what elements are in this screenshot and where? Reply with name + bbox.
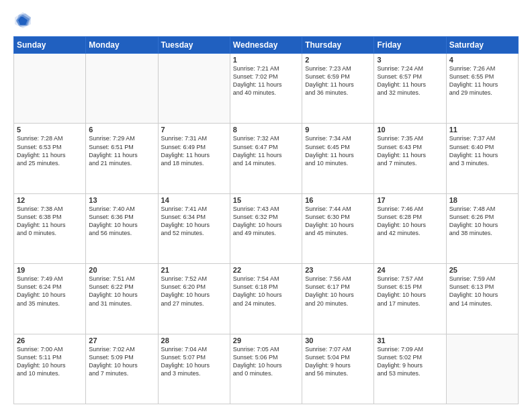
day-info: Sunrise: 7:35 AM Sunset: 6:43 PM Dayligh… — [377, 134, 443, 167]
calendar-cell: 7Sunrise: 7:31 AM Sunset: 6:49 PM Daylig… — [158, 124, 230, 193]
day-number: 14 — [161, 196, 227, 204]
calendar-cell: 9Sunrise: 7:34 AM Sunset: 6:45 PM Daylig… — [302, 124, 374, 193]
day-info: Sunrise: 7:44 AM Sunset: 6:30 PM Dayligh… — [305, 205, 371, 238]
day-info: Sunrise: 7:54 AM Sunset: 6:18 PM Dayligh… — [233, 275, 299, 308]
calendar-cell: 1Sunrise: 7:21 AM Sunset: 7:02 PM Daylig… — [230, 54, 302, 124]
logo — [13, 11, 34, 30]
calendar-week-1: 5Sunrise: 7:28 AM Sunset: 6:53 PM Daylig… — [14, 124, 519, 193]
day-number: 31 — [377, 336, 443, 345]
day-number: 29 — [233, 336, 299, 345]
day-info: Sunrise: 7:46 AM Sunset: 6:28 PM Dayligh… — [377, 205, 443, 238]
day-info: Sunrise: 7:28 AM Sunset: 6:53 PM Dayligh… — [17, 134, 83, 167]
day-info: Sunrise: 7:07 AM Sunset: 5:04 PM Dayligh… — [305, 345, 371, 378]
day-info: Sunrise: 7:24 AM Sunset: 6:57 PM Dayligh… — [377, 64, 443, 97]
day-info: Sunrise: 7:21 AM Sunset: 7:02 PM Dayligh… — [233, 64, 299, 97]
day-number: 22 — [233, 266, 299, 274]
calendar-cell: 29Sunrise: 7:05 AM Sunset: 5:06 PM Dayli… — [230, 334, 302, 404]
calendar-cell: 30Sunrise: 7:07 AM Sunset: 5:04 PM Dayli… — [302, 334, 374, 404]
day-number: 15 — [233, 196, 299, 204]
day-info: Sunrise: 7:37 AM Sunset: 6:40 PM Dayligh… — [449, 134, 515, 167]
calendar-header-wednesday: Wednesday — [230, 37, 302, 54]
calendar-cell: 3Sunrise: 7:24 AM Sunset: 6:57 PM Daylig… — [374, 54, 446, 124]
calendar-cell — [14, 54, 86, 124]
calendar-cell: 12Sunrise: 7:38 AM Sunset: 6:38 PM Dayli… — [14, 193, 86, 263]
day-number: 3 — [377, 56, 443, 64]
day-number: 8 — [233, 126, 299, 134]
day-info: Sunrise: 7:49 AM Sunset: 6:24 PM Dayligh… — [17, 275, 83, 308]
calendar-cell: 25Sunrise: 7:59 AM Sunset: 6:13 PM Dayli… — [446, 264, 518, 334]
calendar-cell: 20Sunrise: 7:51 AM Sunset: 6:22 PM Dayli… — [86, 264, 158, 334]
day-info: Sunrise: 7:38 AM Sunset: 6:38 PM Dayligh… — [17, 205, 83, 238]
day-info: Sunrise: 7:00 AM Sunset: 5:11 PM Dayligh… — [17, 345, 83, 378]
day-number: 28 — [161, 336, 227, 345]
day-number: 13 — [89, 196, 154, 204]
calendar-cell: 13Sunrise: 7:40 AM Sunset: 6:36 PM Dayli… — [86, 193, 158, 263]
calendar-week-3: 19Sunrise: 7:49 AM Sunset: 6:24 PM Dayli… — [14, 264, 519, 334]
day-info: Sunrise: 7:05 AM Sunset: 5:06 PM Dayligh… — [233, 345, 299, 378]
day-info: Sunrise: 7:59 AM Sunset: 6:13 PM Dayligh… — [449, 275, 515, 308]
calendar-week-0: 1Sunrise: 7:21 AM Sunset: 7:02 PM Daylig… — [14, 54, 519, 124]
day-number: 23 — [305, 266, 371, 274]
day-info: Sunrise: 7:51 AM Sunset: 6:22 PM Dayligh… — [89, 275, 154, 308]
day-number: 9 — [305, 126, 371, 134]
calendar-table: SundayMondayTuesdayWednesdayThursdayFrid… — [13, 36, 519, 404]
calendar-cell: 18Sunrise: 7:48 AM Sunset: 6:26 PM Dayli… — [446, 193, 518, 263]
calendar-cell: 8Sunrise: 7:32 AM Sunset: 6:47 PM Daylig… — [230, 124, 302, 193]
day-number: 21 — [161, 266, 227, 274]
calendar-week-4: 26Sunrise: 7:00 AM Sunset: 5:11 PM Dayli… — [14, 334, 519, 404]
calendar-header-saturday: Saturday — [446, 37, 518, 54]
day-number: 5 — [17, 126, 83, 134]
calendar-header-row: SundayMondayTuesdayWednesdayThursdayFrid… — [14, 37, 519, 54]
calendar-header-friday: Friday — [374, 37, 446, 54]
day-number: 30 — [305, 336, 371, 345]
day-number: 10 — [377, 126, 443, 134]
calendar-week-2: 12Sunrise: 7:38 AM Sunset: 6:38 PM Dayli… — [14, 193, 519, 263]
day-info: Sunrise: 7:23 AM Sunset: 6:59 PM Dayligh… — [305, 64, 371, 97]
day-number: 19 — [17, 266, 83, 274]
day-number: 11 — [449, 126, 515, 134]
day-info: Sunrise: 7:57 AM Sunset: 6:15 PM Dayligh… — [377, 275, 443, 308]
calendar-cell: 6Sunrise: 7:29 AM Sunset: 6:51 PM Daylig… — [86, 124, 158, 193]
calendar-cell: 17Sunrise: 7:46 AM Sunset: 6:28 PM Dayli… — [374, 193, 446, 263]
calendar-header-monday: Monday — [86, 37, 158, 54]
day-info: Sunrise: 7:02 AM Sunset: 5:09 PM Dayligh… — [89, 345, 154, 378]
calendar-cell: 19Sunrise: 7:49 AM Sunset: 6:24 PM Dayli… — [14, 264, 86, 334]
day-info: Sunrise: 7:09 AM Sunset: 5:02 PM Dayligh… — [377, 345, 443, 378]
day-info: Sunrise: 7:34 AM Sunset: 6:45 PM Dayligh… — [305, 134, 371, 167]
logo-icon — [13, 11, 32, 30]
calendar-header-thursday: Thursday — [302, 37, 374, 54]
day-info: Sunrise: 7:31 AM Sunset: 6:49 PM Dayligh… — [161, 134, 227, 167]
calendar-cell: 28Sunrise: 7:04 AM Sunset: 5:07 PM Dayli… — [158, 334, 230, 404]
day-number: 4 — [449, 56, 515, 64]
calendar-cell: 15Sunrise: 7:43 AM Sunset: 6:32 PM Dayli… — [230, 193, 302, 263]
day-number: 26 — [17, 336, 83, 345]
day-info: Sunrise: 7:52 AM Sunset: 6:20 PM Dayligh… — [161, 275, 227, 308]
header — [13, 11, 519, 30]
calendar-header-sunday: Sunday — [14, 37, 86, 54]
calendar-cell: 24Sunrise: 7:57 AM Sunset: 6:15 PM Dayli… — [374, 264, 446, 334]
day-info: Sunrise: 7:29 AM Sunset: 6:51 PM Dayligh… — [89, 134, 154, 167]
day-number: 6 — [89, 126, 154, 134]
day-info: Sunrise: 7:04 AM Sunset: 5:07 PM Dayligh… — [161, 345, 227, 378]
day-number: 17 — [377, 196, 443, 204]
day-info: Sunrise: 7:56 AM Sunset: 6:17 PM Dayligh… — [305, 275, 371, 308]
calendar-cell: 11Sunrise: 7:37 AM Sunset: 6:40 PM Dayli… — [446, 124, 518, 193]
calendar-cell: 31Sunrise: 7:09 AM Sunset: 5:02 PM Dayli… — [374, 334, 446, 404]
calendar-cell: 26Sunrise: 7:00 AM Sunset: 5:11 PM Dayli… — [14, 334, 86, 404]
day-number: 16 — [305, 196, 371, 204]
calendar-cell: 16Sunrise: 7:44 AM Sunset: 6:30 PM Dayli… — [302, 193, 374, 263]
calendar-cell: 27Sunrise: 7:02 AM Sunset: 5:09 PM Dayli… — [86, 334, 158, 404]
calendar-cell: 21Sunrise: 7:52 AM Sunset: 6:20 PM Dayli… — [158, 264, 230, 334]
day-number: 20 — [89, 266, 154, 274]
page: SundayMondayTuesdayWednesdayThursdayFrid… — [0, 0, 532, 411]
day-number: 2 — [305, 56, 371, 64]
calendar-cell: 2Sunrise: 7:23 AM Sunset: 6:59 PM Daylig… — [302, 54, 374, 124]
day-info: Sunrise: 7:41 AM Sunset: 6:34 PM Dayligh… — [161, 205, 227, 238]
calendar-cell — [158, 54, 230, 124]
day-number: 12 — [17, 196, 83, 204]
calendar-cell — [86, 54, 158, 124]
day-info: Sunrise: 7:26 AM Sunset: 6:55 PM Dayligh… — [449, 64, 515, 97]
day-number: 7 — [161, 126, 227, 134]
day-info: Sunrise: 7:32 AM Sunset: 6:47 PM Dayligh… — [233, 134, 299, 167]
day-number: 18 — [449, 196, 515, 204]
